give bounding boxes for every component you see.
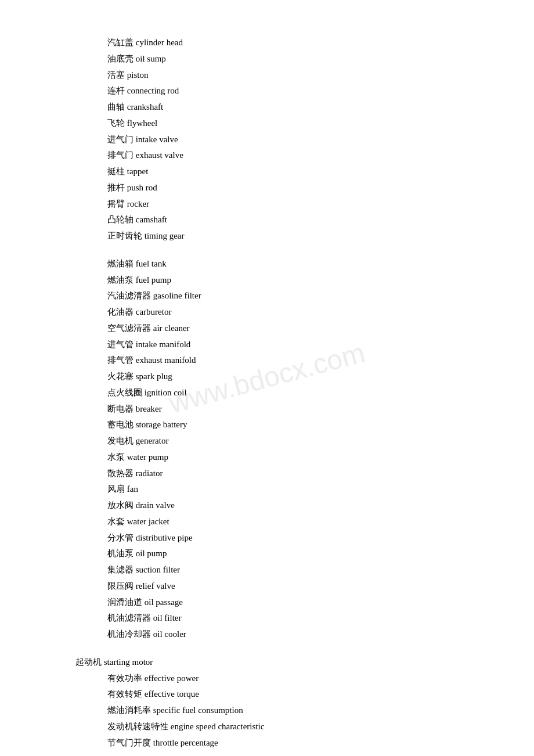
list-item: 有效转矩 effective torque [107, 686, 534, 703]
list-item: 起动机 starting motor [75, 654, 534, 671]
list-item: 油底壳 oil sump [107, 51, 534, 67]
list-item: 挺柱 tappet [107, 164, 534, 180]
section-starting-motor: 起动机 starting motor有效功率 effective power有效… [75, 654, 534, 751]
list-item: 水套 water jacket [107, 514, 534, 530]
list-item: 限压阀 relief valve [107, 578, 534, 595]
list-item: 凸轮轴 camshaft [107, 212, 534, 228]
list-item: 推杆 push rod [107, 180, 534, 196]
main-content: 汽缸盖 cylinder head油底壳 oil sump活塞 piston连杆… [0, 0, 534, 756]
list-item: 曲轴 crankshaft [107, 99, 534, 116]
list-item: 有效功率 effective power [107, 671, 534, 687]
list-item: 化油器 carburetor [107, 304, 534, 321]
list-item: 进气门 intake valve [107, 132, 534, 148]
list-item: 摇臂 rocker [107, 196, 534, 213]
list-item: 分水管 distributive pipe [107, 530, 534, 546]
list-item: 活塞 piston [107, 67, 534, 84]
list-item: 进气管 intake manifold [107, 337, 534, 353]
list-item: 放水阀 drain valve [107, 498, 534, 514]
section-engine-parts: 汽缸盖 cylinder head油底壳 oil sump活塞 piston连杆… [75, 35, 534, 244]
list-item: 汽油滤清器 gasoline filter [107, 288, 534, 304]
list-item: 润滑油道 oil passage [107, 595, 534, 611]
list-item: 燃油泵 fuel pump [107, 272, 534, 289]
list-item: 空气滤清器 air cleaner [107, 321, 534, 337]
list-item: 排气管 exhaust manifold [107, 352, 534, 369]
list-item: 机油泵 oil pump [107, 546, 534, 562]
list-item: 火花塞 spark plug [107, 369, 534, 385]
section-fuel-system: 燃油箱 fuel tank燃油泵 fuel pump汽油滤清器 gasoline… [75, 256, 534, 643]
list-item: 散热器 radiator [107, 466, 534, 482]
list-item: 节气门开度 throttle percentage [107, 735, 534, 751]
list-item: 集滤器 suction filter [107, 562, 534, 578]
list-item: 蓄电池 storage battery [107, 417, 534, 433]
list-item: 风扇 fan [107, 481, 534, 498]
list-item: 断电器 breaker [107, 401, 534, 417]
list-item: 机油滤清器 oil filter [107, 610, 534, 627]
list-item: 燃油消耗率 specific fuel consumption [107, 703, 534, 719]
list-item: 发电机 generator [107, 433, 534, 449]
list-item: 正时齿轮 timing gear [107, 228, 534, 244]
list-item: 水泵 water pump [107, 449, 534, 466]
list-item: 发动机转速特性 engine speed characteristic [107, 719, 534, 735]
list-item: 排气门 exhaust valve [107, 147, 534, 164]
list-item: 汽缸盖 cylinder head [107, 35, 534, 51]
list-item: 机油冷却器 oil cooler [107, 627, 534, 643]
list-item: 点火线圈 ignition coil [107, 385, 534, 401]
list-item: 燃油箱 fuel tank [107, 256, 534, 272]
list-item: 飞轮 flywheel [107, 116, 534, 132]
list-item: 连杆 connecting rod [107, 83, 534, 99]
